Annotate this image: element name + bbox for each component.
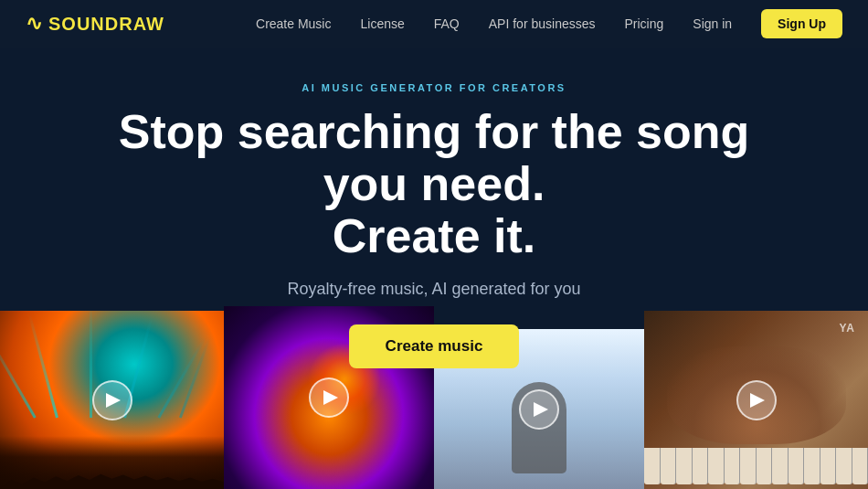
create-music-button[interactable]: Create music xyxy=(349,324,520,368)
hero-section: AI MUSIC GENERATOR FOR CREATORS Stop sea… xyxy=(0,48,868,489)
hero-content: AI MUSIC GENERATOR FOR CREATORS Stop sea… xyxy=(78,48,790,368)
play-button-blue[interactable] xyxy=(519,389,559,430)
play-button-concert[interactable] xyxy=(92,380,132,420)
play-icon-dancer xyxy=(323,390,338,405)
ya-label: YA xyxy=(839,322,855,335)
hero-headline-line1: Stop searching for the song you need. xyxy=(119,105,750,210)
play-icon-concert xyxy=(106,393,121,408)
hero-headline: Stop searching for the song you need. Cr… xyxy=(78,106,790,263)
hero-headline-line2: Create it. xyxy=(333,209,536,262)
logo[interactable]: ∿ SOUNDRAW xyxy=(26,14,164,35)
piano-keys xyxy=(644,448,868,484)
play-icon-blue xyxy=(534,402,548,417)
logo-icon: ∿ xyxy=(26,14,43,34)
navbar: ∿ SOUNDRAW Create Music License FAQ API … xyxy=(0,0,868,48)
nav-item-api[interactable]: API for businesses xyxy=(489,16,596,31)
play-icon-piano xyxy=(750,393,765,408)
nav-item-pricing[interactable]: Pricing xyxy=(625,16,664,31)
signin-link[interactable]: Sign in xyxy=(693,16,732,31)
hero-subtext: Royalty-free music, AI generated for you xyxy=(78,280,790,299)
nav-item-license[interactable]: License xyxy=(360,16,404,31)
hero-tag: AI MUSIC GENERATOR FOR CREATORS xyxy=(78,82,790,93)
play-button-piano[interactable] xyxy=(736,380,777,420)
nav-item-faq[interactable]: FAQ xyxy=(434,16,460,31)
nav-links: Create Music License FAQ API for busines… xyxy=(256,9,842,38)
play-button-dancer[interactable] xyxy=(309,377,349,418)
nav-item-create-music[interactable]: Create Music xyxy=(256,16,331,31)
signup-button[interactable]: Sign Up xyxy=(761,9,842,38)
logo-text: SOUNDRAW xyxy=(48,14,164,35)
